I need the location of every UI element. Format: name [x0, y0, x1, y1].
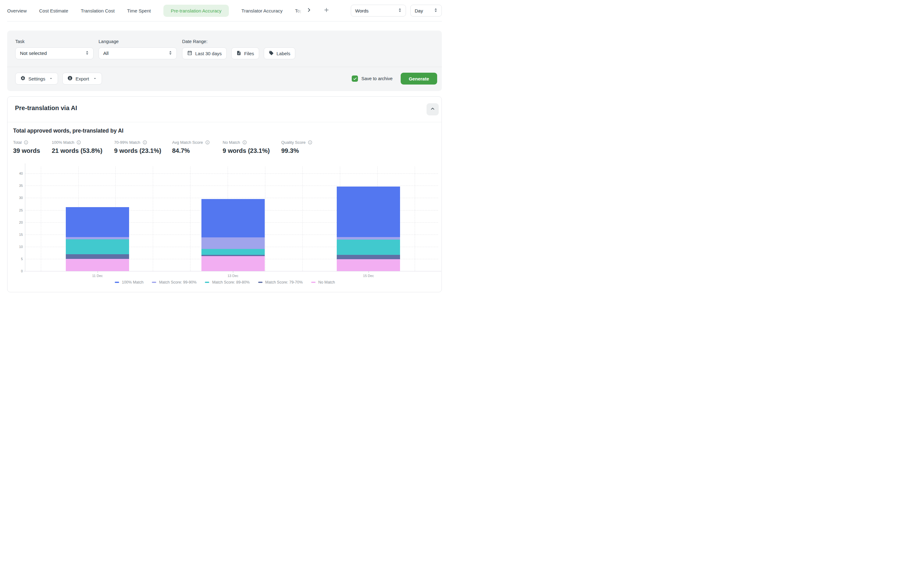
tab-translation-cost[interactable]: Translation Cost — [81, 5, 115, 17]
date-range-button[interactable]: Last 30 days — [182, 48, 227, 59]
report-card: Pre-translation via AI Total approved wo… — [7, 96, 442, 292]
select-arrows-icon — [398, 8, 401, 14]
legend-marker-icon — [258, 282, 263, 283]
x-axis-tick-label: 11 Dec — [92, 274, 103, 278]
legend-item-no-match[interactable]: No Match — [311, 280, 335, 285]
unit-select[interactable]: Words — [351, 5, 406, 17]
stat-label: Avg Match Score — [172, 140, 203, 145]
report-filters-panel: Task Not selected Language All Date Rang… — [7, 31, 442, 91]
legend-label: No Match — [318, 280, 335, 285]
bar-segment-match-score-79-70-13-dec[interactable] — [201, 255, 265, 256]
tab-time-spent[interactable]: Time Spent — [127, 5, 151, 17]
labels-filter-button[interactable]: Labels — [264, 48, 295, 59]
bar-segment-match-score-89-80-11-dec[interactable] — [66, 239, 129, 254]
stat-value: 21 words (53.8%) — [52, 147, 102, 154]
report-actions-right: Save to archive Generate — [352, 73, 437, 85]
x-axis-tick — [233, 271, 233, 273]
x-axis-tick — [369, 271, 369, 273]
legend-label: Match Score: 99-90% — [159, 280, 197, 285]
stat-label: Total — [13, 140, 22, 145]
legend-item-match-score-89-80[interactable]: Match Score: 89-80% — [205, 280, 249, 285]
tab-overview[interactable]: Overview — [7, 5, 27, 17]
tab-top[interactable]: Top — [295, 5, 303, 17]
gear-icon — [20, 75, 26, 82]
unit-select-value: Words — [355, 8, 369, 14]
settings-button-label: Settings — [28, 76, 45, 82]
y-axis-tick-label: 5 — [11, 257, 23, 261]
info-icon[interactable] — [205, 140, 210, 145]
stat-label: 70-99% Match — [114, 140, 140, 145]
language-filter: Language All — [98, 39, 177, 59]
period-select[interactable]: Day — [411, 5, 442, 17]
bar-segment-match-score-89-80-15-dec[interactable] — [337, 240, 400, 254]
task-select-value: Not selected — [20, 51, 47, 56]
tab-cost-estimate[interactable]: Cost Estimate — [39, 5, 68, 17]
legend-marker-icon — [115, 282, 119, 283]
info-icon[interactable] — [143, 140, 147, 145]
tab-translator-accuracy[interactable]: Translator Accuracy — [241, 5, 283, 17]
bar-segment-match-score-99-90-11-dec[interactable] — [66, 237, 129, 240]
info-icon[interactable] — [24, 140, 28, 145]
chart: 051015202530354011 Dec13 Dec15 Dec100% M… — [8, 162, 442, 292]
plus-icon — [324, 7, 329, 14]
tab-pre-translation-accuracy[interactable]: Pre-translation Accuracy — [163, 5, 229, 17]
date-range-filter: Date Range: Last 30 days Files — [182, 39, 295, 59]
stat-value: 9 words (23.1%) — [223, 147, 270, 154]
legend-marker-icon — [311, 282, 315, 283]
tabs-scroll-right-button[interactable] — [306, 7, 312, 14]
panel-divider — [7, 67, 442, 67]
gridline-v — [415, 166, 415, 271]
bar-segment-match-score-79-70-15-dec[interactable] — [337, 255, 400, 259]
legend-item-match-score-99-90[interactable]: Match Score: 99-90% — [152, 280, 197, 285]
legend-marker-icon — [152, 282, 156, 283]
chart-section-title: Total approved words, pre-translated by … — [13, 128, 123, 134]
collapse-card-button[interactable] — [426, 103, 439, 115]
tag-icon — [269, 51, 274, 57]
language-select[interactable]: All — [98, 48, 177, 59]
stat-value: 9 words (23.1%) — [114, 147, 161, 154]
generate-button[interactable]: Generate — [401, 73, 437, 85]
select-arrows-icon — [434, 8, 437, 14]
task-filter: Task Not selected — [15, 39, 94, 59]
card-divider — [8, 122, 441, 122]
bar-segment-100-match-11-dec[interactable] — [66, 207, 129, 237]
export-button[interactable]: Export — [62, 73, 101, 85]
legend-item-100-match[interactable]: 100% Match — [115, 280, 143, 285]
download-icon — [67, 75, 73, 82]
bar-segment-100-match-13-dec[interactable] — [201, 199, 265, 238]
task-select[interactable]: Not selected — [15, 48, 94, 59]
stat-70-99-match: 70-99% Match9 words (23.1%) — [114, 140, 161, 154]
checkbox-checked-icon — [352, 75, 358, 82]
page: OverviewCost EstimateTranslation CostTim… — [0, 0, 449, 294]
bar-segment-no-match-13-dec[interactable] — [201, 256, 265, 271]
stat-quality-score: Quality Score99.3% — [281, 140, 312, 154]
task-filter-label: Task — [15, 39, 94, 44]
report-actions-left: Settings Export — [15, 73, 102, 85]
gridline-v — [265, 166, 265, 271]
report-tabs-bar: OverviewCost EstimateTranslation CostTim… — [7, 0, 442, 22]
bar-segment-match-score-99-90-15-dec[interactable] — [337, 237, 400, 240]
legend-item-match-score-79-70[interactable]: Match Score: 79-70% — [258, 280, 303, 285]
bar-segment-match-score-79-70-11-dec[interactable] — [66, 254, 129, 259]
x-axis-tick-label: 15 Dec — [363, 274, 374, 278]
stat-label: 100% Match — [52, 140, 74, 145]
stat-value: 84.7% — [172, 147, 210, 154]
legend-marker-icon — [205, 282, 209, 283]
card-title: Pre-translation via AI — [15, 105, 77, 112]
gridline-h — [25, 186, 438, 186]
info-icon[interactable] — [308, 140, 312, 145]
bar-segment-no-match-11-dec[interactable] — [66, 259, 129, 271]
bar-segment-100-match-15-dec[interactable] — [337, 186, 400, 237]
settings-button[interactable]: Settings — [15, 73, 58, 85]
date-range-value: Last 30 days — [195, 51, 222, 56]
save-to-archive-checkbox[interactable]: Save to archive — [352, 75, 392, 82]
files-filter-button[interactable]: Files — [231, 48, 259, 59]
info-icon[interactable] — [242, 140, 247, 145]
add-report-button[interactable] — [324, 7, 329, 14]
y-axis-tick-label: 35 — [11, 184, 23, 188]
info-icon[interactable] — [76, 140, 81, 145]
bar-segment-match-score-99-90-13-dec[interactable] — [201, 237, 265, 249]
bar-segment-no-match-15-dec[interactable] — [337, 259, 400, 271]
bar-segment-match-score-89-80-13-dec[interactable] — [201, 249, 265, 255]
y-axis-tick-label: 10 — [11, 245, 23, 249]
